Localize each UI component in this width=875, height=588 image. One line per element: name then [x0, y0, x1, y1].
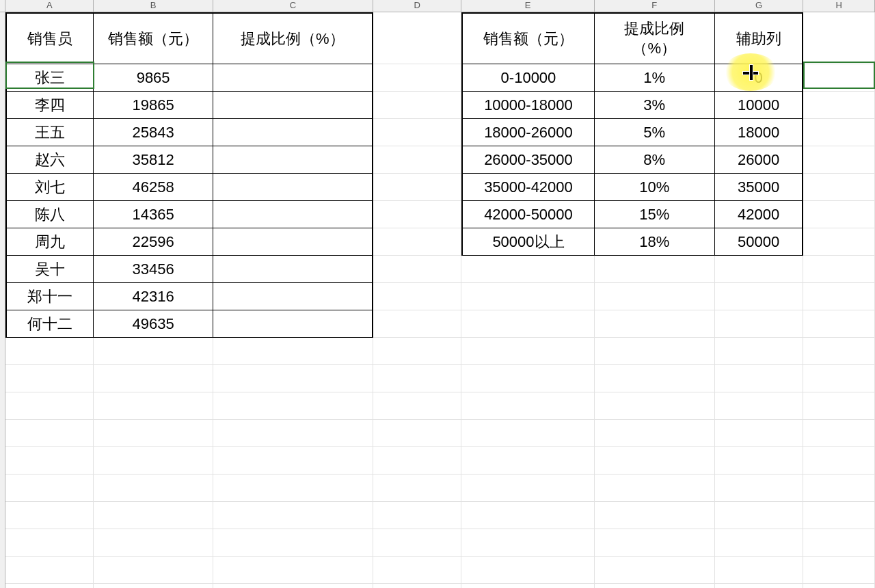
cell-E17[interactable] — [461, 475, 594, 502]
row-header-5[interactable] — [0, 146, 5, 174]
cell-E15[interactable] — [461, 420, 594, 447]
cell-D4[interactable] — [373, 119, 461, 146]
cell-F18[interactable] — [595, 502, 715, 529]
cell-H10[interactable] — [803, 283, 875, 310]
cell-H21[interactable] — [803, 584, 875, 588]
cell-C21[interactable] — [213, 584, 373, 588]
cell-H11[interactable] — [803, 310, 875, 338]
cell-G19[interactable] — [715, 529, 804, 557]
cell-B3[interactable]: 19865 — [94, 92, 213, 119]
cell-E9[interactable] — [461, 256, 594, 283]
cell-G18[interactable] — [715, 502, 804, 529]
cell-E18[interactable] — [461, 502, 594, 529]
cell-E7[interactable]: 42000-50000 — [461, 201, 594, 228]
cell-E21[interactable] — [461, 584, 594, 588]
row-header-8[interactable] — [0, 228, 5, 256]
cell-F17[interactable] — [595, 475, 715, 502]
cell-A4[interactable]: 王五 — [5, 119, 94, 146]
cell-H7[interactable] — [803, 201, 875, 228]
cell-A13[interactable] — [5, 365, 94, 392]
cell-G15[interactable] — [715, 420, 804, 447]
col-header-F[interactable]: F — [595, 0, 715, 12]
cell-H13[interactable] — [803, 365, 875, 392]
cell-B17[interactable] — [94, 475, 213, 502]
cell-H20[interactable] — [803, 557, 875, 584]
cell-H9[interactable] — [803, 256, 875, 283]
cell-G11[interactable] — [715, 310, 804, 338]
cell-H14[interactable] — [803, 392, 875, 420]
cell-D19[interactable] — [373, 529, 462, 557]
cell-H5[interactable] — [803, 146, 875, 174]
cell-A20[interactable] — [5, 557, 94, 584]
cell-C20[interactable] — [213, 557, 373, 584]
cell-E19[interactable] — [461, 529, 594, 557]
cell-D14[interactable] — [373, 392, 462, 420]
cell-F6[interactable]: 10% — [595, 174, 715, 201]
cell-F16[interactable] — [595, 447, 715, 475]
cell-G21[interactable] — [715, 584, 804, 588]
cell-C1[interactable]: 提成比例（%） — [213, 12, 373, 64]
cell-B8[interactable]: 22596 — [94, 228, 213, 256]
cell-E10[interactable] — [461, 283, 594, 310]
cell-E11[interactable] — [461, 310, 594, 338]
cell-G17[interactable] — [715, 475, 804, 502]
cell-F14[interactable] — [595, 392, 715, 420]
col-header-A[interactable]: A — [5, 0, 94, 12]
row-header-11[interactable] — [0, 310, 5, 338]
cell-D16[interactable] — [373, 447, 462, 475]
cell-C4[interactable] — [213, 119, 373, 146]
cell-A1[interactable]: 销售员 — [5, 12, 94, 64]
cell-B18[interactable] — [94, 502, 213, 529]
cell-H19[interactable] — [803, 529, 875, 557]
cell-F2[interactable]: 1% — [595, 64, 715, 92]
cell-C14[interactable] — [213, 392, 373, 420]
cell-C9[interactable] — [213, 256, 373, 283]
cell-G4[interactable]: 18000 — [715, 119, 804, 146]
cell-A6[interactable]: 刘七 — [5, 174, 94, 201]
cell-D1[interactable] — [373, 12, 461, 64]
cell-G3[interactable]: 10000 — [715, 92, 804, 119]
cell-A16[interactable] — [5, 447, 94, 475]
row-header-15[interactable] — [0, 420, 5, 447]
cell-D17[interactable] — [373, 475, 462, 502]
cell-H15[interactable] — [803, 420, 875, 447]
cell-G9[interactable] — [715, 256, 804, 283]
cell-D3[interactable] — [373, 92, 461, 119]
cell-F7[interactable]: 15% — [595, 201, 715, 228]
cell-B20[interactable] — [94, 557, 213, 584]
col-header-C[interactable]: C — [213, 0, 373, 12]
cell-E20[interactable] — [461, 557, 594, 584]
row-header-12[interactable] — [0, 338, 5, 365]
cell-A15[interactable] — [5, 420, 94, 447]
cell-G10[interactable] — [715, 283, 804, 310]
cell-D13[interactable] — [373, 365, 462, 392]
cell-F20[interactable] — [595, 557, 715, 584]
cell-B11[interactable]: 49635 — [94, 310, 213, 338]
cell-F19[interactable] — [595, 529, 715, 557]
cell-H18[interactable] — [803, 502, 875, 529]
cell-E6[interactable]: 35000-42000 — [461, 174, 594, 201]
row-header-2[interactable] — [0, 64, 5, 92]
cell-D5[interactable] — [373, 146, 461, 174]
cell-F4[interactable]: 5% — [595, 119, 715, 146]
cell-E4[interactable]: 18000-26000 — [461, 119, 594, 146]
cell-E8[interactable]: 50000以上 — [461, 228, 594, 256]
cell-A18[interactable] — [5, 502, 94, 529]
cell-C18[interactable] — [213, 502, 373, 529]
cell-B10[interactable]: 42316 — [94, 283, 213, 310]
row-header-7[interactable] — [0, 201, 5, 228]
cell-A17[interactable] — [5, 475, 94, 502]
cell-D21[interactable] — [373, 584, 462, 588]
cell-C17[interactable] — [213, 475, 373, 502]
row-header-13[interactable] — [0, 365, 5, 392]
spreadsheet-sheet[interactable]: A B C D E F G H 销售员 销售额（元） 提成比例（%） 销售额（元… — [0, 0, 875, 588]
cell-G20[interactable] — [715, 557, 804, 584]
cell-F12[interactable] — [595, 338, 715, 365]
cell-H8[interactable] — [803, 228, 875, 256]
row-header-3[interactable] — [0, 92, 5, 119]
cell-A3[interactable]: 李四 — [5, 92, 94, 119]
cell-G7[interactable]: 42000 — [715, 201, 804, 228]
cell-F21[interactable] — [595, 584, 715, 588]
cell-B13[interactable] — [94, 365, 213, 392]
cell-F11[interactable] — [595, 310, 715, 338]
